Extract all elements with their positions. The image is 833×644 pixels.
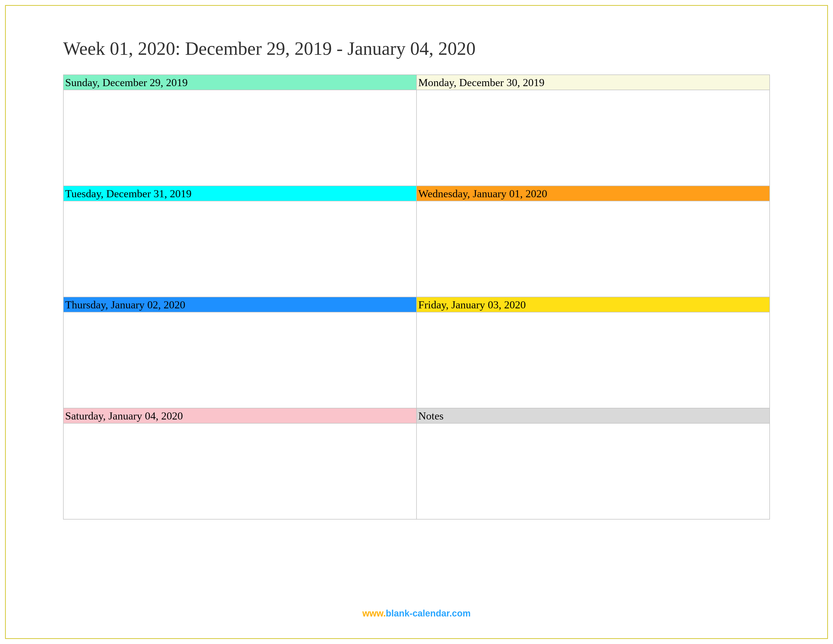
day-body-sunday[interactable] — [63, 90, 416, 186]
footer-link[interactable]: www.blank-calendar.com — [0, 608, 833, 619]
day-header-tuesday: Tuesday, December 31, 2019 — [63, 186, 416, 201]
footer-www: www. — [362, 608, 386, 618]
calendar-content: Week 01, 2020: December 29, 2019 - Janua… — [63, 38, 770, 520]
day-header-notes: Notes — [416, 408, 770, 423]
day-body-saturday[interactable] — [63, 423, 416, 519]
day-body-tuesday[interactable] — [63, 201, 416, 297]
day-header-friday: Friday, January 03, 2020 — [416, 297, 770, 312]
day-header-sunday: Sunday, December 29, 2019 — [63, 75, 416, 90]
day-body-thursday[interactable] — [63, 312, 416, 408]
day-header-monday: Monday, December 30, 2019 — [416, 75, 770, 90]
day-header-thursday: Thursday, January 02, 2020 — [63, 297, 416, 312]
day-body-wednesday[interactable] — [416, 201, 770, 297]
day-body-friday[interactable] — [416, 312, 770, 408]
day-body-monday[interactable] — [416, 90, 770, 186]
day-header-saturday: Saturday, January 04, 2020 — [63, 408, 416, 423]
footer-domain: blank-calendar.com — [386, 608, 471, 618]
day-header-wednesday: Wednesday, January 01, 2020 — [416, 186, 770, 201]
calendar-table: Sunday, December 29, 2019 Monday, Decemb… — [63, 74, 770, 520]
page-title: Week 01, 2020: December 29, 2019 - Janua… — [63, 38, 770, 60]
day-body-notes[interactable] — [416, 423, 770, 519]
